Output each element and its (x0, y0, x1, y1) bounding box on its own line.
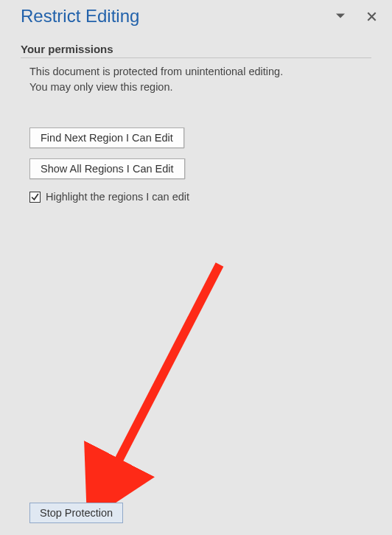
close-icon (367, 12, 377, 21)
show-all-regions-button[interactable]: Show All Regions I Can Edit (29, 158, 185, 179)
stop-protection-button[interactable]: Stop Protection (29, 503, 123, 523)
highlight-checkbox-row: Highlight the regions I can edit (29, 189, 371, 203)
permissions-description: This document is protected from unintent… (21, 64, 371, 95)
bottom-bar: Stop Protection (0, 492, 392, 535)
highlight-regions-checkbox[interactable] (29, 192, 41, 203)
highlight-regions-label[interactable]: Highlight the regions I can edit (46, 191, 189, 203)
pane-title: Restrict Editing (21, 6, 320, 27)
svg-line-0 (111, 265, 220, 476)
permissions-line1: This document is protected from unintent… (29, 66, 283, 77)
controls-group: Find Next Region I Can Edit Show All Reg… (21, 127, 371, 203)
pane-header: Restrict Editing (0, 0, 392, 29)
pane-content: Your permissions This document is protec… (0, 29, 392, 203)
task-pane-options-dropdown[interactable] (330, 6, 351, 27)
permissions-line2: You may only view this region. (29, 81, 173, 93)
find-next-region-button[interactable]: Find Next Region I Can Edit (29, 127, 184, 148)
chevron-down-icon (336, 12, 345, 21)
permissions-heading: Your permissions (21, 43, 371, 55)
checkmark-icon (31, 193, 39, 201)
annotation-arrow (78, 253, 240, 511)
close-pane-button[interactable] (361, 6, 382, 27)
section-divider (21, 57, 371, 58)
